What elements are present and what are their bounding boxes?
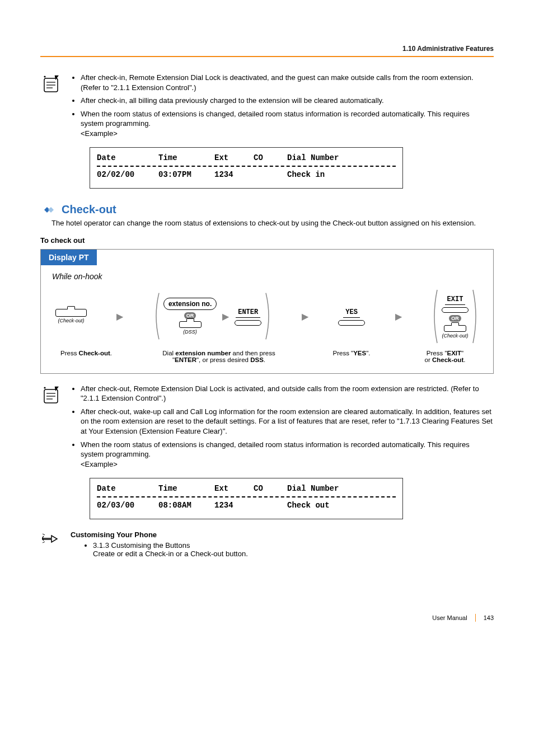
- section-header: 1.10 Administrative Features: [40, 45, 494, 53]
- page-footer: User Manual 143: [0, 580, 534, 638]
- val-dial: Check in: [287, 170, 325, 179]
- col-ext: Ext: [214, 484, 254, 493]
- note-item: After check-out, Remote Extension Dial L…: [81, 384, 494, 403]
- col-ext: Ext: [214, 153, 254, 162]
- footer-manual-label: User Manual: [432, 614, 467, 621]
- footer-page-number: 143: [484, 614, 494, 621]
- caption-step1: Press Check-out.: [55, 350, 117, 363]
- checkout-button-label: (Check-out): [442, 333, 469, 339]
- extension-no-box: extension no.: [163, 298, 217, 310]
- step-extension-enter: extension no. OR (DSS) ▶ ENTER: [153, 292, 271, 340]
- flow-arrow-icon: ▶: [116, 311, 123, 322]
- section-intro: The hotel operator can change the room s…: [51, 218, 494, 228]
- val-date: 02/02/00: [97, 170, 158, 179]
- col-date: Date: [97, 153, 158, 162]
- col-time: Time: [158, 484, 214, 493]
- val-ext: 1234: [214, 170, 254, 179]
- note-list: After check-out, Remote Extension Dial L…: [71, 384, 494, 472]
- example-box-checkout: Date Time Ext CO Dial Number 02/03/00 08…: [90, 478, 403, 519]
- procedure-box-title: Display PT: [41, 250, 97, 265]
- svg-point-4: [44, 76, 45, 77]
- svg-point-11: [44, 387, 45, 388]
- exit-softkey-button: [442, 307, 469, 313]
- val-dial: Check out: [287, 501, 330, 510]
- note-item: After check-in, all billing data previou…: [81, 96, 494, 106]
- val-time: 08:08AM: [158, 501, 214, 510]
- svg-line-12: [43, 534, 45, 535]
- col-dial: Dial Number: [287, 484, 339, 493]
- footer-divider: [475, 614, 476, 622]
- col-date: Date: [97, 484, 158, 493]
- note-item: When the room status of extensions is ch…: [81, 440, 494, 469]
- checkout-button-graphic: [55, 309, 87, 317]
- col-co: CO: [254, 484, 287, 493]
- note-item: After check-in, Remote Extension Dial Lo…: [81, 73, 494, 92]
- dss-label: (DSS): [163, 329, 217, 335]
- caption-step4: Press "EXIT" or Check-out.: [411, 350, 479, 363]
- col-dial: Dial Number: [287, 153, 339, 162]
- customising-title: Customising Your Phone: [71, 530, 494, 539]
- pointing-hand-icon: [40, 530, 63, 546]
- procedure-heading: To check out: [40, 236, 494, 245]
- header-rule: [40, 56, 494, 57]
- flow-arrow-icon: ▶: [222, 311, 229, 322]
- step-yes: YES: [338, 307, 365, 326]
- flow-arrow-icon: ▶: [395, 311, 402, 322]
- note-block-checkin: After check-in, Remote Extension Dial Lo…: [40, 73, 494, 142]
- caption-step3: Press "YES".: [321, 350, 382, 363]
- note-item: When the room status of extensions is ch…: [81, 109, 494, 139]
- note-icon: [40, 73, 63, 95]
- procedure-subtitle: While on-hook: [52, 272, 493, 281]
- flow-arrow-icon: ▶: [302, 311, 308, 322]
- col-time: Time: [158, 153, 214, 162]
- customising-item: 3.1.3 Customising the Buttons Create or …: [93, 541, 494, 558]
- svg-line-13: [43, 542, 45, 543]
- yes-softkey-button: [338, 320, 365, 326]
- enter-softkey: ENTER: [236, 308, 260, 318]
- val-co: [254, 501, 287, 510]
- checkout-button-graphic: [444, 325, 466, 332]
- note-list: After check-in, Remote Extension Dial Lo…: [71, 73, 494, 142]
- col-co: CO: [254, 153, 287, 162]
- enter-softkey-button: [235, 320, 261, 326]
- dss-button-graphic: [179, 321, 202, 328]
- example-box-checkin: Date Time Ext CO Dial Number 02/02/00 03…: [90, 147, 403, 189]
- val-date: 02/03/00: [97, 501, 158, 510]
- procedure-box: Display PT While on-hook (Check-out) ▶ e…: [40, 249, 494, 374]
- note-item: After check-out, wake-up call and Call L…: [81, 407, 494, 436]
- caption-step2: Dial extension number and then press "EN…: [146, 350, 292, 363]
- section-title: Check-out: [62, 203, 116, 216]
- customising-block: Customising Your Phone 3.1.3 Customising…: [40, 530, 494, 558]
- note-block-checkout: After check-out, Remote Extension Dial L…: [40, 384, 494, 472]
- step-checkout-button: (Check-out): [55, 309, 87, 323]
- val-co: [254, 170, 287, 179]
- note-icon: [40, 384, 63, 406]
- val-ext: 1234: [214, 501, 254, 510]
- checkout-button-label: (Check-out): [55, 318, 87, 323]
- or-pill: OR: [449, 315, 461, 322]
- svg-marker-6: [48, 207, 54, 213]
- yes-softkey: YES: [343, 308, 360, 318]
- val-time: 03:07PM: [158, 170, 214, 179]
- diamond-icon: [40, 205, 57, 215]
- exit-softkey: EXIT: [445, 295, 466, 305]
- step-exit-checkout: EXIT OR (Check-out): [432, 289, 479, 344]
